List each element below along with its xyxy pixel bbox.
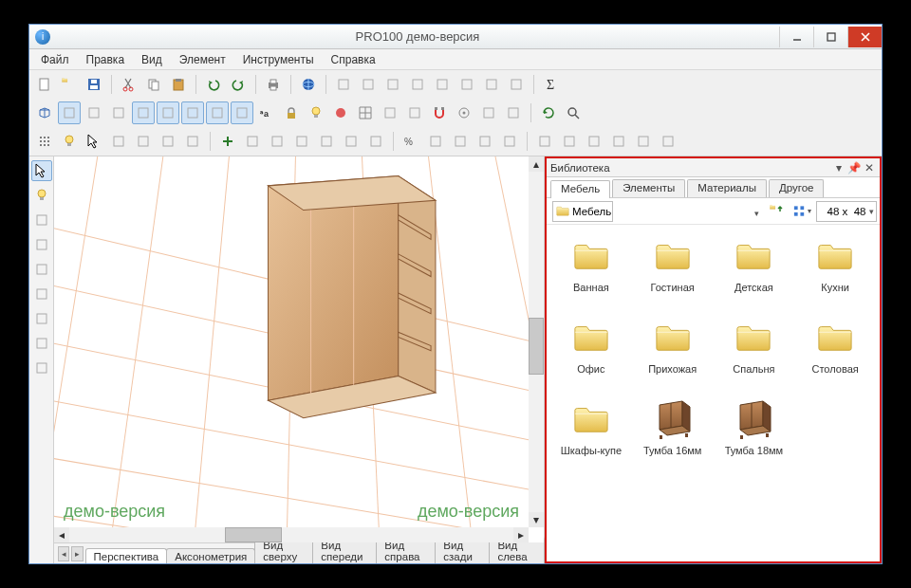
report1-button[interactable] [406,73,429,96]
m4-button[interactable] [181,130,204,153]
acenter-button[interactable] [266,130,288,153]
library-item-6[interactable]: Спальня [714,314,795,395]
view-tabs-next[interactable]: ▸ [71,546,83,561]
paste-button[interactable] [167,73,190,96]
library-tab-1[interactable]: Элементы [612,179,685,197]
print-button[interactable] [262,73,285,96]
ortho-button[interactable] [83,101,105,124]
library-tab-2[interactable]: Материалы [687,179,767,197]
view-tab-0[interactable]: Перспектива [85,548,168,563]
maximize-button[interactable] [813,27,847,47]
close-button[interactable] [847,27,882,47]
aleft-button[interactable] [241,130,264,153]
library-item-2[interactable]: Детская [714,232,795,314]
zoom-button[interactable] [562,101,585,124]
d3-tool[interactable] [31,259,52,280]
r6-button[interactable] [231,101,253,124]
viewport[interactable]: демо-версия демо-версия ▴ ▾ ◂ ▸ [54,156,544,542]
play-button[interactable] [480,73,503,96]
library-item-0[interactable]: Ванная [550,232,632,314]
menu-Файл[interactable]: Файл [33,51,77,68]
arrow-button[interactable] [83,130,105,153]
cut-button[interactable] [118,73,140,96]
light-button[interactable] [58,130,81,153]
new-button[interactable] [33,73,56,96]
library-item-7[interactable]: Столовая [794,314,876,395]
library-close-icon[interactable]: ✕ [863,161,876,175]
library-tab-0[interactable]: Мебель [550,180,610,198]
atop-button[interactable] [315,130,338,153]
m2-button[interactable] [132,130,155,153]
menu-Элемент[interactable]: Элемент [172,51,233,68]
lock-button[interactable] [280,101,303,124]
menu-Справка[interactable]: Справка [324,51,383,68]
rot3-button[interactable] [474,130,496,153]
g1-button[interactable] [533,130,556,153]
library-item-5[interactable]: Прихожая [632,314,714,395]
library-dropdown-icon[interactable]: ▾ [832,161,846,175]
library-item-10[interactable]: Тумба 18мм [714,395,795,477]
undo-button[interactable] [202,73,225,96]
persp-button[interactable] [58,101,81,124]
report2-button[interactable] [431,73,454,96]
library-up-button[interactable] [767,201,788,222]
cube-wire-button[interactable] [33,101,56,124]
dots-button[interactable] [33,130,56,153]
layer1-button[interactable] [332,73,355,96]
light-tool[interactable] [31,185,52,206]
g6-button[interactable] [657,130,679,153]
layer3-button[interactable] [381,73,404,96]
g4-button[interactable] [607,130,630,153]
r5-button[interactable] [206,101,229,124]
d6-tool[interactable] [31,333,52,354]
color-button[interactable] [329,101,352,124]
rot4-button[interactable] [498,130,521,153]
save-button[interactable] [83,73,105,96]
g5-button[interactable] [632,130,655,153]
redo-button[interactable] [227,73,250,96]
g3-button[interactable] [583,130,605,153]
library-tab-3[interactable]: Другое [769,179,825,197]
menu-Правка[interactable]: Правка [79,51,133,68]
d5-tool[interactable] [31,308,52,329]
aright-button[interactable] [290,130,313,153]
pointer-tool[interactable] [31,160,52,181]
target-button[interactable] [453,101,475,124]
magnet-button[interactable] [428,101,451,124]
gridfine-button[interactable] [379,101,401,124]
d2-tool[interactable] [31,234,52,255]
scrollbar-horizontal[interactable]: ◂ ▸ [54,527,529,542]
label-button[interactable]: ᵃa [255,101,278,124]
library-item-8[interactable]: Шкафы-купе [550,395,632,477]
library-item-4[interactable]: Офис [550,314,632,395]
bulb-button[interactable] [305,101,327,124]
amid-button[interactable] [340,130,363,153]
pct-button[interactable]: % [400,130,422,153]
minimize-button[interactable] [779,27,813,47]
copy-button[interactable] [142,73,165,96]
r2-button[interactable] [132,101,155,124]
sigma-button[interactable]: Σ [540,73,563,96]
globe-button[interactable] [297,73,320,96]
snap-button[interactable] [403,101,426,124]
r3-button[interactable] [157,101,179,124]
d7-tool[interactable] [31,358,52,378]
r1-button[interactable] [107,101,130,124]
r4-button[interactable] [181,101,204,124]
library-item-9[interactable]: Тумба 16мм [632,395,714,477]
menu-Вид[interactable]: Вид [134,51,170,68]
library-view-button[interactable]: ▾ [791,201,812,222]
thumb-size-select[interactable] [816,201,877,222]
target2-button[interactable] [477,101,500,124]
view-tabs-prev[interactable]: ◂ [58,546,69,561]
rot2-button[interactable] [449,130,472,153]
library-item-3[interactable]: Кухни [794,232,876,314]
refresh-button[interactable] [537,101,560,124]
g2-button[interactable] [558,130,581,153]
library-pin-icon[interactable]: 📌 [847,161,861,175]
open-button[interactable] [58,73,81,96]
rot-button[interactable] [424,130,447,153]
view-tab-1[interactable]: Аксонометрия [166,548,255,563]
target3-button[interactable] [502,101,525,124]
abot-button[interactable] [364,130,387,153]
